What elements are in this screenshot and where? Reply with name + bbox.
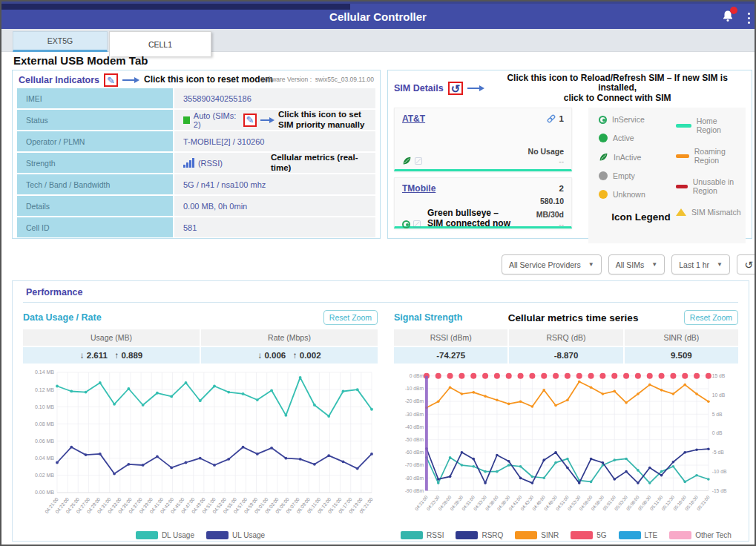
sim-usage-value: 580.10 MB/30d bbox=[536, 197, 564, 219]
svg-text:0.08 MB: 0.08 MB bbox=[35, 421, 54, 427]
sim-details-panel: SIM Details ↺ Click this icon to Reload/… bbox=[387, 70, 752, 239]
signal-strength-stats: RSSI (dBm) RSRQ (dB) SINR (dB) -74.275 -… bbox=[394, 329, 738, 364]
signal-strength-title: Signal Strength bbox=[394, 312, 462, 323]
data-usage-title: Data Usage / Rate bbox=[23, 312, 102, 323]
notification-badge bbox=[730, 7, 737, 14]
signal-strength-section: Signal Strength Cellular metrics time se… bbox=[394, 309, 738, 542]
chevron-down-icon: ▼ bbox=[717, 261, 723, 268]
svg-text:05:21:00: 05:21:00 bbox=[695, 494, 711, 512]
inactive-leaf-icon bbox=[599, 152, 608, 162]
refresh-charts-button[interactable]: ↺ bbox=[737, 254, 756, 274]
svg-text:0.04 MB: 0.04 MB bbox=[35, 455, 54, 461]
rate-values: ↓ 0.006 ↑ 0.002 bbox=[201, 347, 378, 364]
link-icon bbox=[546, 114, 556, 124]
svg-text:-30 dBm: -30 dBm bbox=[405, 412, 424, 417]
svg-text:0.00 MB: 0.00 MB bbox=[35, 490, 54, 495]
svg-text:0.10 MB: 0.10 MB bbox=[35, 404, 54, 410]
svg-text:-70 dBm: -70 dBm bbox=[405, 462, 424, 467]
sim-priority-edit-button[interactable]: ✎ bbox=[243, 114, 257, 127]
legend-item-active: Active bbox=[599, 134, 676, 142]
signal-strength-chart[interactable]: 04:21:0004:23:3004:26:0004:28:3004:31:00… bbox=[394, 366, 738, 534]
service-provider-select[interactable]: All Service Providers▼ bbox=[502, 254, 602, 274]
legend-item-inactive: InActive bbox=[599, 152, 676, 162]
svg-text:-15 dB: -15 dB bbox=[712, 488, 727, 493]
rssi-value: -74.275 bbox=[394, 347, 507, 364]
table-row: IMEI 355890340255186 bbox=[17, 88, 375, 108]
legend-item-empty: Empty bbox=[599, 171, 676, 180]
performance-title: Performance bbox=[23, 286, 738, 303]
svg-text:-50 dBm: -50 dBm bbox=[405, 437, 424, 442]
svg-text:5 dB: 5 dB bbox=[712, 412, 723, 417]
status-ok-icon bbox=[183, 116, 190, 124]
tab-cell1[interactable]: CELL1 bbox=[109, 31, 211, 56]
svg-text:10 dB: 10 dB bbox=[712, 392, 726, 398]
app-header: Cellular Controller bbox=[1, 1, 755, 29]
sim-inservice-bullseye-icon bbox=[402, 220, 410, 228]
notifications-bell-icon[interactable] bbox=[720, 9, 735, 24]
sim-inactive-leaf-icon bbox=[402, 156, 412, 165]
svg-text:-40 dBm: -40 dBm bbox=[405, 424, 424, 430]
sim-card-tmobile: TMobile 2 Green bullseye – SIM connected… bbox=[394, 177, 572, 228]
chevron-down-icon: ▼ bbox=[588, 261, 594, 268]
sim-slot-number: 1 bbox=[559, 114, 564, 123]
empty-circle-icon bbox=[599, 171, 608, 180]
sinr-value: 9.509 bbox=[625, 347, 738, 364]
software-version: Software Version : swix55c_03.09.11.00 bbox=[260, 76, 374, 83]
sim-link-tmobile[interactable]: TMobile bbox=[402, 183, 435, 194]
svg-text:-10 dB: -10 dB bbox=[712, 469, 727, 474]
home-region-dash-icon bbox=[676, 124, 691, 128]
reset-zoom-button[interactable]: Reset Zoom bbox=[323, 310, 378, 325]
reload-sim-annotation: Click this icon to Reload/Refresh SIM – … bbox=[489, 73, 746, 103]
sim-link-att[interactable]: AT&T bbox=[402, 114, 425, 124]
sims-select[interactable]: All SIMs▼ bbox=[608, 254, 665, 274]
sim-card-att: AT&T 1 bbox=[394, 108, 572, 171]
table-row: Cell ID 581 bbox=[17, 217, 375, 237]
strength-value: (RSSI) bbox=[198, 159, 223, 168]
svg-text:0.12 MB: 0.12 MB bbox=[35, 387, 54, 392]
data-usage-section: Data Usage / Rate Reset Zoom Usage (MB) … bbox=[23, 309, 378, 542]
sim-usage-value: No Usage bbox=[528, 147, 564, 156]
icon-legend-title: Icon Legend bbox=[588, 211, 694, 223]
usage-values: ↓ 2.611 ↑ 0.889 bbox=[23, 347, 200, 364]
reset-zoom-button[interactable]: Reset Zoom bbox=[684, 310, 738, 325]
rsrq-value: -8.870 bbox=[509, 347, 622, 364]
svg-text:0.02 MB: 0.02 MB bbox=[35, 473, 54, 478]
app-title: Cellular Controller bbox=[1, 10, 755, 23]
performance-panel: Performance Data Usage / Rate Reset Zoom… bbox=[12, 280, 749, 542]
inservice-bullseye-icon bbox=[599, 116, 607, 124]
active-circle-icon bbox=[599, 134, 608, 142]
bullseye-annotation: Green bullseye – SIM connected now bbox=[427, 208, 512, 229]
icon-legend-panel: InService Active InActive bbox=[588, 108, 746, 243]
redacted-logo-area bbox=[1, 4, 350, 10]
data-usage-chart[interactable]: 04:21:0004:23:0004:25:0004:27:0004:29:00… bbox=[23, 366, 378, 534]
annotation-arrow-icon bbox=[260, 117, 275, 123]
signal-bars-icon bbox=[183, 158, 194, 168]
legend-item-home-region: Home Region bbox=[676, 116, 741, 134]
sim-priority-annotation: Click this icon to set SIM priority manu… bbox=[278, 110, 375, 129]
tab-ext5g[interactable]: EXT5G bbox=[13, 31, 108, 52]
tab-bar: EXT5G CELL1 bbox=[1, 29, 755, 52]
annotation-arrow-icon bbox=[122, 77, 139, 83]
annotation-arrow-icon bbox=[467, 85, 484, 91]
sim-secondary-icon bbox=[412, 220, 421, 228]
reset-modem-annotation: Click this icon to reset modem bbox=[144, 75, 273, 85]
time-range-select[interactable]: Last 1 hr▼ bbox=[671, 254, 730, 274]
svg-text:-80 dBm: -80 dBm bbox=[405, 476, 424, 481]
sim-details-title: SIM Details bbox=[394, 83, 444, 93]
legend-item-unknown: Unknown bbox=[599, 190, 676, 199]
sim-usage-sub: -- bbox=[528, 157, 564, 165]
cellular-indicators-table: IMEI 355890340255186 Status Auto (SIMs: … bbox=[13, 88, 380, 237]
overflow-menu-icon[interactable] bbox=[747, 10, 751, 26]
table-row: Status Auto (SIMs: 2) ✎ Click this icon … bbox=[17, 110, 375, 130]
time-series-annotation: Cellular metrics time series bbox=[462, 312, 683, 323]
reload-sim-button[interactable]: ↺ bbox=[448, 82, 464, 95]
signal-chart-legend-row2: Cellular KPI Change bbox=[394, 541, 738, 542]
reset-modem-button[interactable]: ✎ bbox=[104, 73, 118, 87]
chart-filters: All Service Providers▼ All SIMs▼ Last 1 … bbox=[502, 254, 756, 274]
legend-item-inservice: InService bbox=[599, 115, 676, 124]
sim-slot-number: 2 bbox=[559, 184, 564, 193]
svg-text:-20 dBm: -20 dBm bbox=[405, 398, 424, 404]
table-row: Tech / Band / Bandwidth 5G / n41 / nsa10… bbox=[17, 174, 375, 194]
svg-text:-10 dBm: -10 dBm bbox=[405, 386, 424, 391]
page-heading: External USB Modem Tab bbox=[13, 54, 148, 67]
